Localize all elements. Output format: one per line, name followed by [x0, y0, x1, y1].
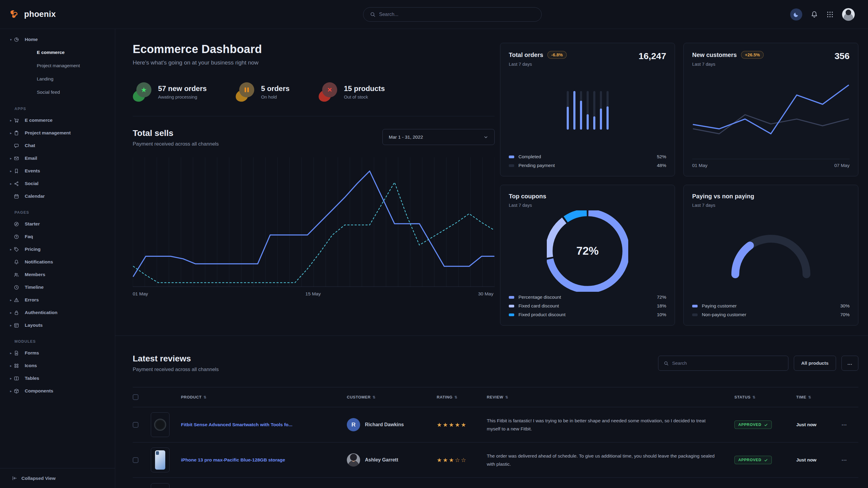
select-all-checkbox[interactable]	[133, 394, 138, 400]
total-orders-period: Last 7 days	[509, 62, 567, 67]
sidebar-item-components[interactable]: ▸Components	[0, 385, 115, 397]
caret-down-icon: ▾	[8, 38, 14, 41]
column-header-rating[interactable]: Rating⇅	[437, 395, 487, 399]
sidebar-subitem-e-commerce[interactable]: E commerce	[0, 46, 115, 59]
column-header-time[interactable]: Time⇅	[796, 395, 841, 399]
navbar-actions	[790, 8, 855, 21]
reviews-search-input[interactable]	[672, 360, 782, 366]
sidebar-item-pricing[interactable]: ▸Pricing	[0, 243, 115, 256]
x-tick: 07 May	[834, 163, 849, 168]
sidebar-item-home[interactable]: ▾Home	[0, 33, 115, 46]
customer-cell[interactable]: RRichard Dawkins	[347, 418, 437, 431]
sidebar: ▾HomeE commerceProject managementLanding…	[0, 29, 115, 488]
chat-icon	[14, 143, 19, 148]
status-badge: APPROVED	[734, 421, 772, 429]
sidebar-section-label-apps: APPS	[0, 99, 115, 114]
sidebar-item-tables[interactable]: ▸Tables	[0, 372, 115, 385]
moon-icon	[793, 11, 799, 18]
column-header-review[interactable]: Review⇅	[487, 395, 734, 399]
question-icon	[14, 234, 19, 239]
sidebar-item-icons[interactable]: ▸Icons	[0, 359, 115, 372]
users-icon	[14, 272, 19, 277]
user-avatar[interactable]	[842, 8, 855, 21]
stat-value: 5 orders	[261, 85, 289, 93]
reviews-controls: All products ...	[658, 356, 858, 371]
sidebar-item-layouts[interactable]: ▸Layouts	[0, 319, 115, 331]
column-header-product[interactable]: Product⇅	[181, 395, 347, 399]
collapse-sidebar-button[interactable]: Collapsed View	[0, 468, 115, 488]
sidebar-item-e-commerce[interactable]: ▸E commerce	[0, 114, 115, 127]
total-sells-x-axis: 01 May 15 May 30 May	[133, 291, 495, 297]
order-bar	[580, 91, 582, 130]
sidebar-item-faq[interactable]: Faq	[0, 230, 115, 243]
product-link[interactable]: Fitbit Sense Advanced Smartwatch with To…	[181, 421, 347, 428]
review-time: Just now	[796, 422, 816, 427]
top-coupons-donut-chart: 72%	[547, 210, 628, 292]
sidebar-subitem-social-feed[interactable]: Social feed	[0, 86, 115, 99]
brand[interactable]: phoenix	[9, 9, 56, 20]
stat-icon-art: ★	[133, 82, 152, 102]
row-checkbox[interactable]	[133, 422, 138, 428]
order-bar	[607, 91, 609, 130]
bookmark-icon	[14, 168, 19, 174]
sidebar-item-calendar[interactable]: Calendar	[0, 190, 115, 202]
dark-mode-toggle[interactable]	[790, 8, 802, 21]
sidebar-subitem-project-management[interactable]: Project management	[0, 59, 115, 72]
product-thumbnail[interactable]	[151, 448, 169, 472]
sidebar-item-starter[interactable]: Starter	[0, 218, 115, 230]
global-search-input[interactable]	[379, 12, 535, 17]
sidebar-item-email[interactable]: ▸Email	[0, 152, 115, 165]
legend-label: Completed	[519, 154, 653, 159]
clock-icon	[14, 285, 19, 290]
reviews-search[interactable]	[658, 356, 788, 371]
sidebar-item-timeline[interactable]: Timeline	[0, 281, 115, 294]
legend-label: Non-paying customer	[702, 312, 836, 317]
sidebar-subitem-landing[interactable]: Landing	[0, 72, 115, 86]
legend-value: 10%	[657, 312, 666, 317]
product-thumbnail[interactable]	[151, 412, 169, 437]
legend-item-completed: Completed52%	[509, 154, 666, 159]
sidebar-item-authentication[interactable]: ▸Authentication	[0, 306, 115, 319]
sidebar-item-events[interactable]: ▸Events	[0, 165, 115, 177]
paying-title: Paying vs non paying	[692, 193, 754, 200]
total-sells-subtitle: Payment received across all channels	[133, 141, 219, 147]
sort-icon: ⇅	[752, 395, 756, 399]
reviews-title: Latest reviews	[133, 354, 219, 363]
sidebar-item-notifications[interactable]: Notifications	[0, 256, 115, 268]
global-search[interactable]	[363, 7, 542, 22]
row-actions-button[interactable]: ⋯	[841, 457, 847, 463]
date-range-select[interactable]: Mar 1 - 31, 2022	[382, 129, 495, 145]
total-orders-value: 16,247	[639, 51, 666, 61]
order-bar	[574, 91, 576, 130]
column-header-status[interactable]: Status⇅	[734, 395, 796, 399]
donut-center-label: 72%	[547, 210, 628, 292]
stat-value: 15 products	[344, 85, 385, 93]
page-title: Ecommerce Dashboard	[133, 43, 495, 56]
sidebar-item-project-management[interactable]: ▸Project management	[0, 127, 115, 139]
reviews-more-button[interactable]: ...	[841, 356, 858, 371]
sidebar-item-members[interactable]: Members	[0, 268, 115, 281]
total-orders-card: Total orders -6.8% Last 7 days 16,247 Co…	[500, 43, 675, 176]
caret-right-icon: ▸	[8, 298, 14, 302]
sidebar-item-forms[interactable]: ▸Forms	[0, 347, 115, 359]
notifications-button[interactable]	[811, 11, 818, 18]
caret-right-icon: ▸	[8, 377, 14, 380]
row-checkbox[interactable]	[133, 457, 138, 463]
all-products-button[interactable]: All products	[794, 356, 836, 371]
total-orders-bar-chart	[567, 91, 609, 130]
order-stats-row: ★57 new ordersAwating processing5 orders…	[133, 82, 495, 102]
product-link[interactable]: iPhone 13 pro max-Pacific Blue-128GB sto…	[181, 457, 347, 463]
customer-cell[interactable]: Ashley Garrett	[347, 453, 437, 466]
caret-right-icon: ▸	[8, 324, 14, 327]
total-orders-change-badge: -6.8%	[548, 51, 567, 59]
new-customers-change-badge: +26.5%	[741, 51, 764, 59]
row-actions-button[interactable]: ⋯	[841, 422, 847, 428]
envelope-icon	[14, 156, 19, 161]
customer-name: Ashley Garrett	[365, 457, 398, 463]
sidebar-item-social[interactable]: ▸Social	[0, 177, 115, 190]
apps-grid-button[interactable]	[826, 11, 834, 18]
sidebar-item-errors[interactable]: ▸Errors	[0, 294, 115, 306]
column-header-customer[interactable]: Customer⇅	[347, 395, 437, 399]
product-thumbnail[interactable]	[151, 483, 169, 488]
sidebar-item-chat[interactable]: Chat	[0, 139, 115, 152]
